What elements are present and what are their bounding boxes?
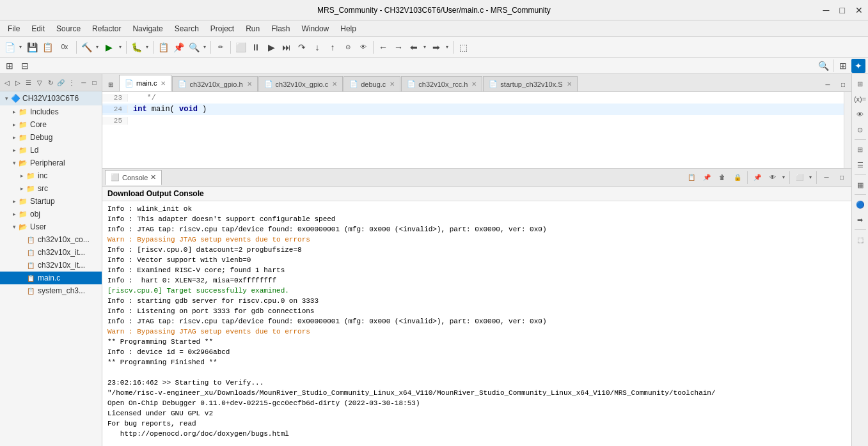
- sidebar-item-ch32itc[interactable]: 📋 ch32v10x_it...: [0, 259, 102, 272]
- sidebar-item-core[interactable]: Core: [0, 118, 102, 131]
- menu-help[interactable]: Help: [335, 23, 361, 35]
- sidebar-item-ch32ith[interactable]: 📋 ch32v10x_it...: [0, 246, 102, 259]
- sidebar-item-includes[interactable]: Includes: [0, 105, 102, 118]
- console-out-btn[interactable]: ⬜: [793, 171, 807, 185]
- sidebar-item-startup[interactable]: Startup: [0, 195, 102, 208]
- right-icon-grid[interactable]: ⊞: [853, 142, 867, 157]
- console-out-dd[interactable]: ▾: [807, 171, 814, 185]
- sidebar-fwd[interactable]: ▷: [13, 75, 23, 89]
- editor-scrollbar[interactable]: [844, 92, 851, 168]
- menu-edit[interactable]: Edit: [26, 23, 50, 35]
- nav-back[interactable]: ⬅: [407, 40, 421, 54]
- save-button[interactable]: 💾: [25, 40, 39, 54]
- resume-button[interactable]: ▶: [264, 40, 278, 54]
- sidebar-item-peripheral[interactable]: Peripheral: [0, 157, 102, 169]
- close-button[interactable]: ✕: [855, 5, 863, 15]
- right-icon-terminal[interactable]: ⬚: [853, 233, 867, 247]
- console-pin[interactable]: 📌: [750, 171, 764, 185]
- sidebar-refresh[interactable]: ↻: [45, 75, 55, 89]
- sidebar-link[interactable]: 🔗: [56, 75, 66, 89]
- tab-new[interactable]: ⊞: [104, 77, 118, 91]
- sidebar-item-src[interactable]: src: [0, 182, 102, 195]
- prev-edit[interactable]: ←: [376, 40, 390, 54]
- perspective-switch2[interactable]: ✦: [851, 59, 865, 73]
- watch[interactable]: 👁: [356, 40, 370, 54]
- menu-window[interactable]: Window: [297, 23, 335, 35]
- menu-navigate[interactable]: Navigate: [127, 23, 168, 35]
- debug-button[interactable]: 🐛: [129, 40, 143, 54]
- hex-button[interactable]: 0x: [56, 40, 74, 54]
- right-icon-watch2[interactable]: 👁: [853, 107, 867, 121]
- console-paste-btn[interactable]: 📌: [700, 171, 714, 185]
- next-edit[interactable]: →: [391, 40, 406, 54]
- tab-maximize[interactable]: □: [836, 77, 850, 91]
- open-term[interactable]: ⬚: [456, 40, 470, 54]
- tree-root[interactable]: 🔷 CH32V103C6T6: [0, 91, 102, 105]
- step-button[interactable]: ⏭: [280, 40, 294, 54]
- tab-debug-c-close[interactable]: ✕: [390, 81, 395, 88]
- tab-mainc-close[interactable]: ✕: [161, 80, 166, 87]
- right-icon-xeq[interactable]: ⊞: [853, 77, 867, 91]
- menu-search[interactable]: Search: [170, 23, 204, 35]
- console-view-btn[interactable]: 👁: [766, 171, 780, 185]
- right-icon-chip[interactable]: 🔵: [853, 197, 867, 211]
- sidebar-min[interactable]: ─: [79, 75, 88, 89]
- right-icon-bp2[interactable]: ⊙: [853, 123, 867, 137]
- console-maximize[interactable]: □: [835, 171, 849, 185]
- tab-startup-close[interactable]: ✕: [567, 81, 572, 88]
- new-dropdown[interactable]: ▾: [17, 40, 24, 54]
- right-icon-arrow[interactable]: ➡: [853, 213, 867, 227]
- maximize-button[interactable]: □: [840, 5, 845, 15]
- right-icon-memory[interactable]: ▦: [853, 178, 867, 192]
- minimize-button[interactable]: ─: [823, 5, 830, 15]
- search-button[interactable]: 🔍: [187, 40, 201, 54]
- sidebar-item-ch32conf[interactable]: 📋 ch32v10x_co...: [0, 233, 102, 246]
- menu-run[interactable]: Run: [241, 23, 265, 35]
- console-minimize[interactable]: ─: [819, 171, 833, 185]
- menu-flash[interactable]: Flash: [266, 23, 295, 35]
- sidebar-item-system[interactable]: 📋 system_ch3...: [0, 284, 102, 297]
- sidebar-item-obj[interactable]: obj: [0, 208, 102, 220]
- perspective-btn[interactable]: ⊞: [3, 59, 17, 73]
- menu-refactor[interactable]: Refactor: [87, 23, 126, 35]
- step-over[interactable]: ↷: [295, 40, 309, 54]
- copy-button[interactable]: 📋: [156, 40, 170, 54]
- search-dropdown[interactable]: ▾: [201, 40, 208, 54]
- run-button[interactable]: ▶: [102, 40, 116, 54]
- sidebar-back[interactable]: ◁: [3, 75, 12, 89]
- menu-project[interactable]: Project: [205, 23, 239, 35]
- sidebar-filter[interactable]: ▽: [35, 75, 44, 89]
- tab-gpio-c[interactable]: 📄 ch32v10x_gpio.c ✕: [258, 76, 343, 91]
- code-editor[interactable]: 23 */ 24 int main( void ) 25: [102, 92, 851, 169]
- tab-gpio-c-close[interactable]: ✕: [332, 81, 337, 88]
- tab-gpio-h-close[interactable]: ✕: [247, 81, 252, 88]
- console-scroll-lock[interactable]: 🔒: [730, 171, 745, 185]
- run-dropdown[interactable]: ▾: [117, 40, 123, 54]
- sidebar-item-inc[interactable]: inc: [0, 169, 102, 182]
- nav-fwd-dropdown[interactable]: ▾: [444, 40, 450, 54]
- menu-source[interactable]: Source: [51, 23, 86, 35]
- step-into[interactable]: ↓: [310, 40, 324, 54]
- tab-gpio-h[interactable]: 📄 ch32v10x_gpio.h ✕: [172, 76, 257, 91]
- new-button[interactable]: 📄: [3, 40, 17, 54]
- perspective-switch[interactable]: ⊞: [836, 59, 850, 73]
- paste-button[interactable]: 📌: [171, 40, 185, 54]
- sidebar-more[interactable]: ⋮: [67, 75, 77, 89]
- tab-mainc[interactable]: 📄 main.c ✕: [119, 75, 171, 91]
- nav-back-dropdown[interactable]: ▾: [422, 40, 428, 54]
- tab-minimize[interactable]: ─: [821, 77, 835, 91]
- nav-fwd[interactable]: ➡: [429, 40, 443, 54]
- menu-file[interactable]: File: [3, 23, 25, 35]
- console-copy-btn[interactable]: 📋: [684, 171, 698, 185]
- tab-debug-c[interactable]: 📄 debug.c ✕: [343, 76, 400, 91]
- sidebar-item-debug[interactable]: Debug: [0, 131, 102, 144]
- console-tab-main[interactable]: ⬜ Console ✕: [105, 170, 162, 185]
- tab-rcc-h[interactable]: 📄 ch32v10x_rcc.h ✕: [401, 76, 482, 91]
- toggle-bp[interactable]: ⊙: [341, 40, 355, 54]
- console-view-dd[interactable]: ▾: [780, 171, 787, 185]
- sidebar-max[interactable]: □: [90, 75, 99, 89]
- save-all-button[interactable]: 📋: [40, 40, 54, 54]
- sidebar-item-mainc[interactable]: 📋 main.c: [0, 272, 102, 284]
- build-dropdown[interactable]: ▾: [94, 40, 100, 54]
- tab-startup[interactable]: 📄 startup_ch32v10x.S ✕: [483, 76, 577, 91]
